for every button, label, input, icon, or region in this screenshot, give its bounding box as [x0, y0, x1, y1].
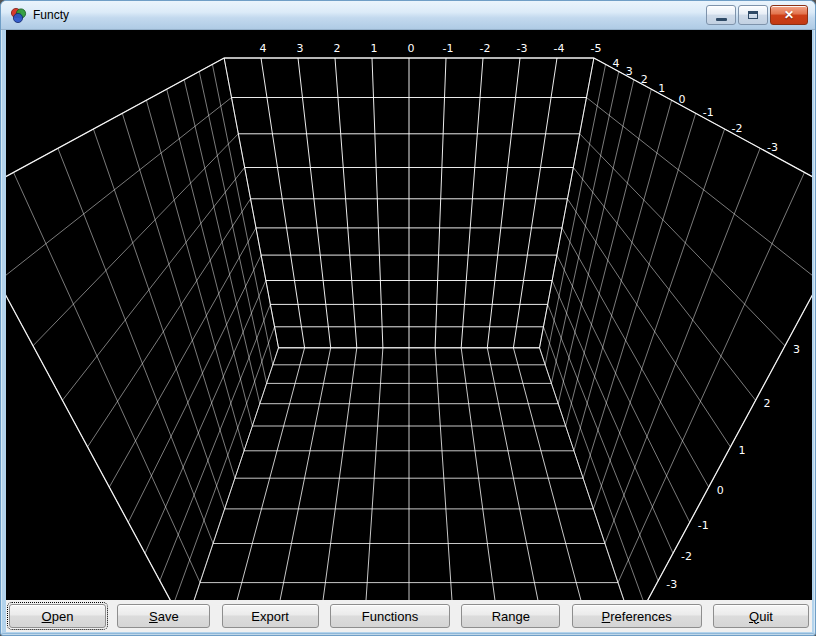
minimize-button[interactable]	[706, 5, 736, 25]
x-axis-tick-label: -4	[554, 42, 565, 55]
grid-line	[540, 348, 634, 600]
y-axis-tick-label: 2	[641, 73, 648, 86]
grid-line	[364, 348, 383, 600]
app-icon	[10, 7, 27, 24]
grid-line	[605, 148, 760, 543]
z-axis-tick-label: 1	[738, 444, 745, 457]
export-button[interactable]: Export	[222, 604, 319, 628]
grid-line	[587, 98, 813, 282]
y-axis-tick-label: 1	[658, 82, 665, 95]
maximize-icon	[748, 11, 758, 19]
titlebar[interactable]: Functy ✕	[1, 1, 815, 30]
x-axis-tick-label: 1	[371, 42, 378, 55]
x-axis-tick-label: 0	[408, 42, 415, 55]
x-axis-tick-label: -5	[590, 42, 601, 55]
minimize-icon	[716, 18, 727, 21]
y-axis-tick-label: 0	[679, 93, 686, 106]
save-button[interactable]: Save	[117, 604, 210, 628]
grid-line	[58, 148, 213, 543]
preferences-button[interactable]: Preferences	[572, 604, 702, 628]
window-title: Functy	[33, 1, 69, 30]
open-button[interactable]: Open	[9, 604, 106, 628]
y-axis-tick-label: -3	[767, 141, 778, 154]
y-axis-tick-label: -2	[732, 122, 743, 135]
grid-line	[487, 348, 543, 600]
x-axis-tick-label: 3	[297, 42, 304, 55]
y-axis-tick-label: 4	[613, 57, 620, 70]
z-axis-tick-label: 0	[717, 484, 724, 497]
grid-line	[185, 348, 279, 600]
quit-button[interactable]: Quit	[713, 604, 809, 628]
y-axis-tick-label: 3	[626, 65, 633, 78]
grid-line	[230, 348, 305, 600]
grid-line	[173, 327, 274, 600]
x-axis-tick-label: -3	[517, 42, 528, 55]
x-axis-tick-label: -1	[443, 42, 454, 55]
grid-line	[573, 168, 755, 401]
grid-line	[128, 255, 261, 522]
toolbar: OpenSaveExportFunctionsRangePreferencesQ…	[6, 600, 812, 632]
grid-line	[6, 98, 232, 282]
grid-line	[435, 348, 454, 600]
z-axis-tick-label: -2	[681, 550, 692, 563]
grid-line	[513, 348, 588, 600]
close-button[interactable]: ✕	[770, 5, 808, 25]
grid-line	[275, 348, 331, 600]
grid-line	[540, 58, 594, 348]
wireframe-svg: 43210-1-2-3-4-543210-1-2-3-43210-1-2-3-4	[6, 30, 812, 600]
y-axis-tick-label: -4	[812, 165, 813, 178]
maximize-button[interactable]	[738, 5, 768, 25]
z-axis-tick-label: -3	[666, 578, 677, 591]
y-axis-tick-label: -1	[703, 106, 714, 119]
z-axis-tick-label: 3	[793, 343, 800, 356]
window-border-bottom	[1, 630, 815, 635]
plot-canvas[interactable]: 43210-1-2-3-4-543210-1-2-3-43210-1-2-3-4	[6, 30, 812, 600]
grid-line	[557, 255, 690, 522]
window-controls: ✕	[706, 5, 808, 25]
grid-line	[224, 58, 278, 348]
z-axis-tick-label: 2	[764, 397, 771, 410]
grid-line	[62, 168, 244, 401]
grid-line	[562, 228, 709, 487]
grid-line	[185, 348, 279, 600]
grid-line	[540, 348, 634, 600]
grid-line	[109, 228, 256, 487]
x-axis-tick-label: 2	[334, 42, 341, 55]
close-icon: ✕	[784, 9, 794, 21]
z-axis-tick-label: -1	[698, 519, 709, 532]
grid-line	[319, 348, 356, 600]
x-axis-tick-label: -2	[480, 42, 491, 55]
grid-line	[545, 64, 605, 365]
app-window: Functy ✕ 43210-1-2-3-4-543210-1-2-3-4321…	[0, 0, 816, 636]
range-button[interactable]: Range	[461, 604, 560, 628]
grid-line	[618, 172, 805, 582]
x-axis-tick-label: 4	[260, 42, 267, 55]
grid-line	[14, 172, 201, 582]
grid-line	[544, 327, 645, 600]
functions-button[interactable]: Functions	[330, 604, 450, 628]
grid-line	[212, 64, 272, 365]
grid-line	[461, 348, 498, 600]
